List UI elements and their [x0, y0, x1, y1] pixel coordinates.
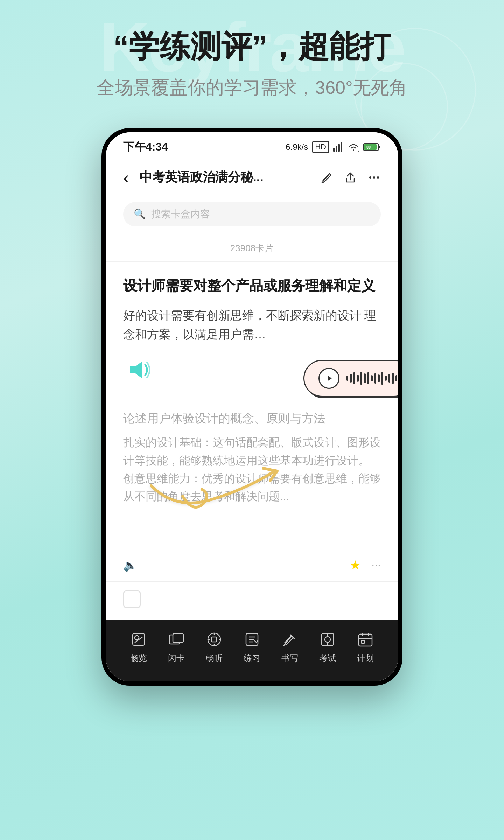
nav-item-browse[interactable]: 畅览	[128, 629, 149, 664]
svg-rect-16	[173, 634, 183, 643]
search-icon: 🔍	[134, 208, 146, 220]
svg-point-17	[208, 633, 220, 646]
browse-icon	[128, 629, 149, 650]
svg-point-29	[325, 637, 330, 642]
plan-icon	[355, 629, 376, 650]
nav-title: 中考英语政治满分秘...	[140, 169, 309, 186]
tts-player[interactable]	[303, 360, 398, 397]
nav-item-exam[interactable]: 考试	[317, 629, 338, 664]
svg-rect-0	[333, 148, 335, 152]
exam-icon	[317, 629, 338, 650]
card-content-preview: 好的设计需要有创新思维，不断探索新的设计 理念和方案，以满足用户需…	[123, 306, 381, 344]
speaker-icon[interactable]	[123, 354, 155, 386]
phone-mockup: 下午4:34 6.9k/s HD	[102, 128, 402, 686]
nav-actions	[320, 171, 381, 184]
card-count-bar: 23908卡片	[106, 235, 398, 262]
write-icon	[279, 629, 300, 650]
edit-icon[interactable]	[320, 171, 333, 184]
nav-label-exam: 考试	[319, 653, 336, 664]
status-bar: 下午4:34 6.9k/s HD	[106, 132, 398, 160]
flashcard-icon	[166, 629, 187, 650]
nav-label-plan: 计划	[357, 653, 374, 664]
nav-item-write[interactable]: 书写	[279, 629, 300, 664]
search-container: 🔍 搜索卡盒内容	[106, 195, 398, 235]
status-icons: 6.9k/s HD 6	[286, 141, 381, 153]
svg-rect-32	[359, 634, 372, 646]
hero-title: “学练测评”，超能打	[113, 28, 391, 65]
back-button[interactable]: ‹	[123, 167, 129, 188]
nav-item-listen[interactable]: 畅听	[204, 629, 225, 664]
bottom-nav: 畅览 闪卡	[106, 620, 398, 681]
search-bar[interactable]: 🔍 搜索卡盒内容	[123, 202, 381, 226]
partial-card	[106, 581, 398, 620]
card-sub-title: 论述用户体验设计的概念、原则与方法	[123, 411, 381, 427]
svg-rect-6	[379, 146, 380, 148]
nav-label-practice: 练习	[244, 653, 260, 664]
card-count: 23908卡片	[230, 243, 274, 253]
listen-icon	[204, 629, 225, 650]
svg-rect-18	[212, 637, 217, 642]
search-placeholder-text: 搜索卡盒内容	[151, 208, 210, 221]
nav-label-flashcard: 闪卡	[168, 653, 185, 664]
svg-rect-3	[341, 142, 342, 152]
share-icon[interactable]	[344, 171, 357, 184]
svg-point-13	[135, 636, 139, 640]
battery-icon: 88	[363, 142, 381, 152]
svg-rect-2	[338, 144, 340, 152]
hd-badge: HD	[312, 141, 329, 153]
card-audio-row	[123, 354, 381, 386]
card-question: 设计师需要对整个产品或服务理解和定义	[123, 276, 381, 295]
tts-play-button[interactable]	[318, 368, 340, 389]
network-speed: 6.9k/s	[286, 142, 308, 152]
svg-point-10	[373, 176, 375, 178]
nav-item-plan[interactable]: 计划	[355, 629, 376, 664]
partial-card-checkbox	[123, 590, 141, 608]
card-sub-content: 扎实的设计基础：这句话配套配、版式设计、图形设计等技能，能够熟练地运用这些基本功…	[123, 434, 381, 505]
svg-rect-36	[362, 640, 364, 643]
nav-label-listen: 畅听	[206, 653, 223, 664]
nav-item-practice[interactable]: 练习	[241, 629, 262, 664]
nav-bar: ‹ 中考英语政治满分秘...	[106, 160, 398, 195]
tts-waveform	[346, 371, 397, 385]
wifi-icon: 6	[348, 142, 359, 152]
svg-text:6: 6	[358, 148, 359, 152]
signal-icon	[333, 142, 344, 152]
nav-label-write: 书写	[281, 653, 298, 664]
hero-subtitle: 全场景覆盖你的学习需求，360°无死角	[97, 76, 407, 100]
practice-icon	[241, 629, 262, 650]
svg-rect-1	[336, 146, 337, 152]
footer-audio-icon[interactable]: 🔈	[123, 559, 137, 572]
nav-item-flashcard[interactable]: 闪卡	[166, 629, 187, 664]
svg-point-11	[377, 176, 379, 178]
svg-point-9	[369, 176, 371, 178]
star-icon[interactable]: ★	[350, 558, 361, 573]
card-more-icon[interactable]: ···	[371, 559, 381, 572]
more-icon[interactable]	[368, 171, 381, 184]
card-footer: 🔈 ★ ···	[106, 549, 398, 581]
phone-inner: 下午4:34 6.9k/s HD	[106, 132, 398, 681]
card-area: 设计师需要对整个产品或服务理解和定义 好的设计需要有创新思维，不断探索新的设计 …	[106, 262, 398, 549]
svg-text:88: 88	[366, 145, 371, 149]
card-divider: 论述用户体验设计的概念、原则与方法 扎实的设计基础：这句话配套配、版式设计、图形…	[123, 400, 381, 505]
nav-label-browse: 畅览	[130, 653, 147, 664]
status-time: 下午4:34	[123, 139, 168, 155]
footer-actions: ★ ···	[350, 558, 381, 573]
